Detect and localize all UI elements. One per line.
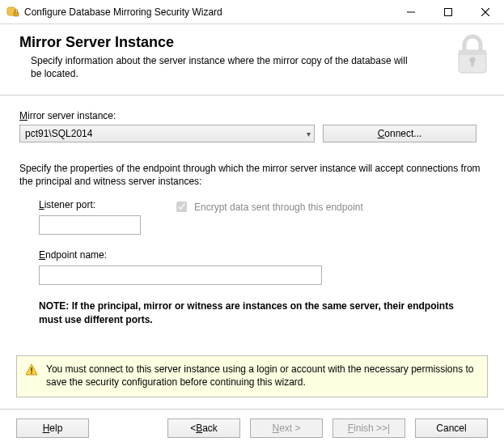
title-bar: Configure Database Mirroring Security Wi… [0,0,504,24]
padlock-icon [454,32,491,80]
mirror-instance-combobox[interactable]: pct91\SQL2014 ▾ [19,125,315,142]
close-button[interactable] [467,0,504,23]
next-button[interactable]: Next > [250,418,323,438]
maximize-button[interactable] [430,0,467,23]
listener-port-input[interactable] [39,215,141,235]
instance-label: Mirror server instance: [19,110,485,121]
app-icon [6,6,19,19]
svg-rect-9 [471,60,473,66]
page-subtitle: Specify information about the server ins… [31,54,411,80]
chevron-down-icon: ▾ [307,130,311,138]
connect-button[interactable]: Connect... [323,125,476,142]
svg-rect-3 [445,8,452,15]
properties-instruction: Specify the properties of the endpoint t… [19,162,485,188]
page-heading: Mirror Server Instance [19,34,485,51]
window-title: Configure Database Mirroring Security Wi… [24,6,392,18]
wizard-body: Mirror server instance: pct91\SQL2014 ▾ … [0,96,504,334]
svg-rect-11 [31,372,32,374]
svg-rect-10 [31,367,32,372]
finish-button[interactable]: Finish >>| [332,418,405,438]
svg-rect-1 [14,12,19,16]
warning-text: You must connect to this server instance… [46,363,479,389]
ports-note: NOTE: If the principal, mirror or witnes… [39,299,476,325]
mirror-instance-value: pct91\SQL2014 [25,128,92,139]
minimize-button[interactable] [392,0,430,23]
wizard-footer: Help < Back Next > Finish >>| Cancel [0,409,504,446]
window-controls [392,0,504,23]
svg-rect-7 [459,50,486,55]
warning-panel: You must connect to this server instance… [16,355,488,397]
help-button[interactable]: Help [16,418,89,438]
endpoint-name-label: Endpoint name: [39,249,485,261]
encrypt-label: Encrypt data sent through this endpoint [194,202,363,213]
encrypt-checkbox-row: Encrypt data sent through this endpoint [173,199,363,215]
endpoint-name-input[interactable] [39,265,322,285]
cancel-button[interactable]: Cancel [415,418,488,438]
encrypt-checkbox [176,202,187,212]
back-button[interactable]: < Back [167,418,240,438]
listener-port-label: Listener port: [39,199,141,210]
wizard-header: Mirror Server Instance Specify informati… [0,24,504,96]
warning-triangle-icon [25,363,38,380]
